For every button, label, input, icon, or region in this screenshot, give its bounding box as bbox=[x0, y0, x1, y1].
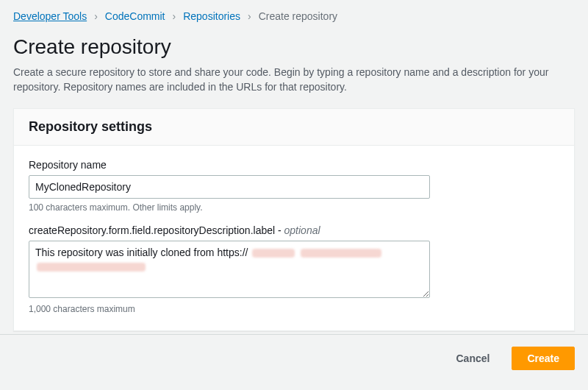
optional-tag: optional bbox=[284, 224, 320, 236]
chevron-right-icon: › bbox=[94, 10, 98, 22]
repository-description-hint: 1,000 characters maximum bbox=[29, 304, 559, 314]
breadcrumb-current: Create repository bbox=[259, 10, 337, 22]
repository-name-hint: 100 characters maximum. Other limits app… bbox=[29, 202, 559, 213]
repository-description-field: createRepository.form.field.repositoryDe… bbox=[29, 224, 559, 314]
page-description: Create a secure repository to store and … bbox=[13, 65, 575, 95]
repository-description-label-text: createRepository.form.field.repositoryDe… bbox=[29, 224, 284, 236]
panel-title: Repository settings bbox=[29, 119, 559, 135]
breadcrumb-developer-tools[interactable]: Developer Tools bbox=[13, 10, 87, 22]
create-button[interactable]: Create bbox=[512, 347, 575, 370]
page-title: Create repository bbox=[13, 35, 575, 59]
repository-description-input[interactable] bbox=[29, 241, 430, 298]
repository-name-label: Repository name bbox=[29, 159, 559, 171]
chevron-right-icon: › bbox=[173, 10, 176, 22]
breadcrumb: Developer Tools › CodeCommit › Repositor… bbox=[13, 10, 575, 22]
chevron-right-icon: › bbox=[248, 10, 251, 22]
repository-name-field: Repository name 100 characters maximum. … bbox=[29, 159, 559, 213]
panel-header: Repository settings bbox=[14, 109, 574, 146]
cancel-button[interactable]: Cancel bbox=[441, 347, 504, 370]
repository-name-input[interactable] bbox=[29, 175, 430, 199]
repository-description-label: createRepository.form.field.repositoryDe… bbox=[29, 224, 559, 236]
breadcrumb-repositories[interactable]: Repositories bbox=[183, 10, 240, 22]
repository-settings-panel: Repository settings Repository name 100 … bbox=[13, 108, 575, 331]
footer: Cancel Create bbox=[0, 335, 588, 382]
breadcrumb-codecommit[interactable]: CodeCommit bbox=[105, 10, 165, 22]
